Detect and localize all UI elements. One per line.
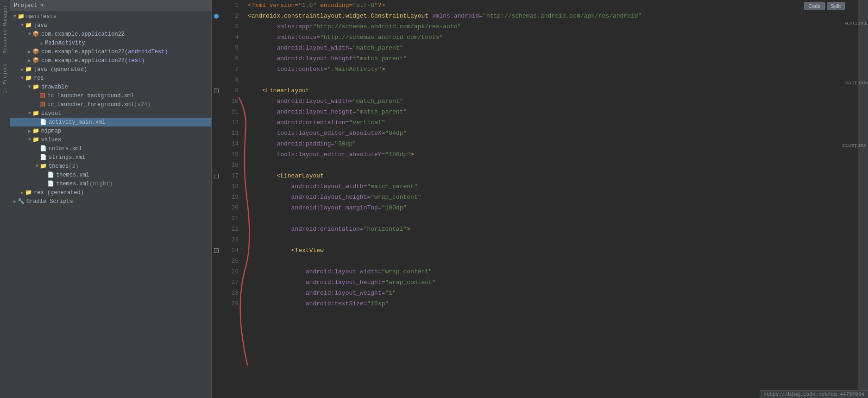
- tree-item-res-gen[interactable]: ▶📁res (generated): [10, 188, 211, 197]
- structure-tab[interactable]: 2: Structure: [840, 19, 868, 27]
- tree-item-values[interactable]: ▼📁values: [10, 135, 211, 144]
- tree-item-themes[interactable]: ▼📁themes (2): [10, 162, 211, 171]
- tree-label-com-main: com.example.application22: [41, 31, 125, 38]
- code-segment: <: [248, 245, 295, 256]
- tree-item-manifests[interactable]: ▼📁manifests: [10, 12, 211, 21]
- tree-item-themes-xml-night[interactable]: 📄themes.xml (night): [10, 179, 211, 188]
- code-segment: android:layout_height=: [248, 107, 356, 117]
- tree-arrow-java: ▼: [19, 23, 25, 28]
- code-line-18: android:layout_width="match_parent": [248, 181, 858, 192]
- code-segment: TextView: [295, 245, 323, 256]
- line-num-25: 25: [221, 256, 239, 266]
- code-segment: LinearLayout: [280, 171, 324, 181]
- gutter-6: [212, 53, 221, 64]
- tree-suffix-ic-fg: (v24): [134, 101, 151, 108]
- tree-icon-com-main: 📦: [32, 31, 39, 38]
- tree-item-activity-main[interactable]: 📄activity_main.xml: [10, 118, 211, 126]
- editor-area: Code Split --- 1234567891011121314151617…: [212, 0, 858, 398]
- code-line-8: [248, 75, 858, 85]
- favorites-tab[interactable]: 2: Favorites: [840, 79, 868, 87]
- line-num-13: 13: [221, 128, 239, 139]
- collapse-17[interactable]: -: [214, 174, 219, 178]
- tree-item-mipmap[interactable]: ▶📁mipmap: [10, 126, 211, 135]
- code-line-20: android:layout_marginTop="100dp": [248, 202, 858, 213]
- code-segment: android:padding=: [248, 139, 334, 149]
- tree-icon-res-gen: 📁: [25, 189, 32, 196]
- tree-label-themes-xml-night: themes.xml: [56, 181, 89, 187]
- tree-item-res[interactable]: ▼📁res: [10, 74, 211, 82]
- code-segment: "1": [385, 288, 396, 298]
- code-line-2: <androidx.constraintlayout.widget.Constr…: [248, 11, 858, 21]
- tree-label-drawable: drawable: [41, 84, 68, 90]
- tree-item-gradle-scripts[interactable]: ▶🔧Gradle Scripts: [10, 197, 211, 206]
- code-segment: androidx.constraintlayout.widget.Constra…: [252, 11, 428, 21]
- code-segment: "http://schemas.android.com/tools": [320, 32, 443, 43]
- code-line-21: [248, 213, 858, 224]
- code-segment: "84dp": [385, 128, 407, 139]
- breakpoint-2[interactable]: [214, 14, 219, 19]
- tree-item-java-gen[interactable]: ▶📁java (generated): [10, 65, 211, 74]
- split-button[interactable]: Split: [827, 2, 845, 10]
- build-variants-tab[interactable]: Build Variants: [837, 142, 868, 150]
- code-line-11: android:layout_height="match_parent": [248, 107, 858, 117]
- line-num-12: 12: [221, 117, 239, 128]
- tree-item-com-test[interactable]: ▶📦com.example.application22 (test): [10, 56, 211, 65]
- code-segment: android:layout_marginTop=: [248, 202, 382, 213]
- tree-icon-themes-xml: 📄: [47, 171, 54, 178]
- tree-item-com-main[interactable]: ▼📦com.example.application22: [10, 30, 211, 38]
- line-num-24: 24: [221, 245, 239, 256]
- gutter-22: [212, 224, 221, 234]
- tree-label-com-test: com.example.application22: [41, 57, 125, 64]
- tree-item-strings[interactable]: 📄strings.xml: [10, 153, 211, 162]
- gutter-8: [212, 75, 221, 85]
- code-segment: >: [410, 149, 414, 160]
- code-segment: "wrap_content": [382, 266, 432, 277]
- tree-item-layout[interactable]: ▼📁layout: [10, 109, 211, 118]
- line-num-3: 3: [221, 21, 239, 32]
- tree-icon-manifests: 📁: [18, 13, 25, 20]
- line-num-9: 9: [221, 85, 239, 96]
- tree-item-ic-bg[interactable]: 🖼ic_launcher_background.xml: [10, 91, 211, 100]
- gutter-20: [212, 202, 221, 213]
- code-line-14: android:padding="50dp": [248, 139, 858, 149]
- gutter-16: [212, 160, 221, 171]
- code-segment: "wrap_content": [371, 192, 421, 202]
- line-num-27: 27: [221, 277, 239, 288]
- code-line-27: android:layout_height="wrap_content": [248, 277, 858, 288]
- tree-arrow-com-main: ▼: [27, 32, 32, 37]
- project-tab[interactable]: 1: Project: [1, 58, 9, 98]
- line-num-2: 2: [221, 11, 239, 21]
- tree-icon-themes: 📁: [40, 163, 47, 170]
- collapse-24[interactable]: -: [214, 248, 219, 253]
- tree-item-themes-xml[interactable]: 📄themes.xml: [10, 171, 211, 179]
- tree-icon-com-test: 📦: [32, 57, 39, 64]
- code-segment: <: [248, 11, 252, 21]
- tree-suffix-themes-xml-night: (night): [89, 181, 113, 187]
- collapse-9[interactable]: -: [214, 88, 219, 93]
- gutter-3: [212, 21, 221, 32]
- code-button[interactable]: Code: [804, 2, 824, 10]
- code-line-10: android:layout_width="match_parent": [248, 96, 858, 107]
- gutter-23: [212, 234, 221, 245]
- code-segment: xmlns:android=: [428, 11, 483, 21]
- code-segment: tools:layout_editor_absoluteY=: [248, 149, 385, 160]
- tree-item-ic-fg[interactable]: 🖼ic_launcher_foreground.xml (v24): [10, 100, 211, 109]
- tree-item-java[interactable]: ▼📁java: [10, 21, 211, 30]
- tree-item-com-android-test[interactable]: ▶📦com.example.application22 (androidTest…: [10, 47, 211, 56]
- gutter-13: [212, 128, 221, 139]
- tree-arrow-themes: ▼: [34, 164, 40, 169]
- code-segment: "match_parent": [352, 43, 403, 53]
- gutter-column: ---: [212, 0, 221, 398]
- resource-manager-tab[interactable]: Resource Manager: [1, 0, 9, 58]
- code-segment: "100dp": [382, 202, 407, 213]
- gutter-19: [212, 192, 221, 202]
- tree-label-com-android-test: com.example.application22: [41, 49, 125, 55]
- code-segment: "vertical": [349, 117, 385, 128]
- code-editor[interactable]: <?xml version="1.0" encoding="utf-8"?><a…: [243, 0, 858, 398]
- gutter-4: [212, 32, 221, 43]
- project-header: Project ▾: [10, 0, 211, 11]
- tree-item-drawable[interactable]: ▼📁drawable: [10, 82, 211, 91]
- tree-item-colors[interactable]: 📄colors.xml: [10, 144, 211, 153]
- code-segment: >: [382, 64, 385, 75]
- tree-item-main-activity[interactable]: ☕MainActivity: [10, 38, 211, 47]
